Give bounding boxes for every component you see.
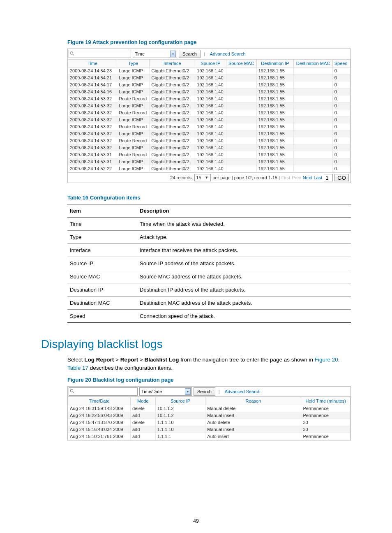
cell: GigabitEthernet0/2 [150, 130, 195, 137]
cell: 192.168.1.55 [256, 165, 293, 172]
cell: 192.168.1.55 [256, 158, 293, 165]
cell: Route Record [117, 95, 150, 102]
heading-displaying-blacklist-logs: Displaying blacklist logs [41, 338, 351, 351]
cell: 30 [301, 426, 350, 433]
cell: 192.168.1.55 [256, 151, 293, 158]
cell: add [130, 412, 155, 419]
table-row: Destination MACDestination MAC address o… [67, 297, 351, 310]
attack-log-advanced-search-link[interactable]: Advanced Search [210, 51, 246, 56]
figure20-caption: Figure 20 Blacklist log configuration pa… [67, 377, 351, 383]
table-row: 2009-08-24 14:54:21Large ICMPGigabitEthe… [68, 74, 350, 81]
cell [226, 130, 256, 137]
attack-log-col-header[interactable]: Source MAC [226, 60, 256, 67]
cell: 192.168.1.55 [256, 88, 293, 95]
pager-last[interactable]: Last [314, 175, 322, 180]
table-row: 2009-08-24 14:53:32Route RecordGigabitEt… [68, 109, 350, 116]
cell: 2009-08-24 14:53:32 [68, 102, 117, 109]
attack-log-col-header[interactable]: Destination IP [256, 60, 293, 67]
table-row: 2009-08-24 14:54:16Large ICMPGigabitEthe… [68, 88, 350, 95]
cell: Route Record [117, 151, 150, 158]
table-row: Source IPSource IP address of the attack… [67, 257, 351, 270]
table-row: Source MACSource MAC address of the atta… [67, 270, 351, 283]
cell [294, 123, 333, 130]
cell [294, 137, 333, 144]
table-row: Aug 24 15:10:21:761 2009add1.1.1.1Auto i… [68, 433, 350, 440]
cell: GigabitEthernet0/2 [150, 88, 195, 95]
cell: Destination IP address of the attack pac… [137, 283, 351, 297]
pager-next[interactable]: Next [303, 175, 312, 180]
cell: 0 [332, 123, 350, 130]
attack-log-col-header[interactable]: Interface [150, 60, 195, 67]
cell: Time [67, 218, 137, 231]
attack-log-pager: 24 records, 15 ▾ per page | page 1/2, re… [68, 172, 350, 183]
cell: Large ICMP [117, 74, 150, 81]
table16-caption: Table 16 Configuration items [67, 195, 351, 201]
table-row: TimeTime when the attack was detected. [67, 218, 351, 231]
cell: Auto delete [205, 419, 301, 426]
pager-first[interactable]: First [281, 175, 290, 180]
cell: Aug 24 15:10:21:761 2009 [68, 433, 131, 440]
table-row: 2009-08-24 14:53:32Route RecordGigabitEt… [68, 123, 350, 130]
cell: 0 [332, 67, 350, 74]
blacklist-advanced-search-link[interactable]: Advanced Search [225, 389, 261, 394]
cell [294, 74, 333, 81]
pager-prev[interactable]: Prev [292, 175, 301, 180]
cell: 0 [332, 95, 350, 102]
cell: 192.168.1.40 [195, 88, 226, 95]
cell: add [130, 433, 155, 440]
attack-log-col-header[interactable]: Source IP [195, 60, 226, 67]
figure19-caption: Figure 19 Attack prevention log configur… [67, 39, 351, 45]
cell: GigabitEthernet0/2 [150, 165, 195, 172]
attack-log-search-input[interactable] [69, 50, 131, 58]
attack-log-col-header[interactable]: Speed [332, 60, 350, 67]
table-row: 2009-08-24 14:54:23Large ICMPGigabitEthe… [68, 67, 350, 74]
cell: 192.168.1.55 [256, 123, 293, 130]
attack-log-field-select[interactable]: Time ▾ [133, 50, 177, 58]
cell: delete [130, 419, 155, 426]
blacklist-search-input[interactable] [69, 387, 138, 396]
table-row: Aug 24 15:47:13:870 2009delete1.1.1.10Au… [68, 419, 350, 426]
pager-go-button[interactable]: GO [334, 174, 349, 181]
blacklist-col-header[interactable]: Time/Date [68, 397, 131, 405]
cell: Connection speed of the attack. [137, 310, 351, 323]
blacklist-log-ui: Time/Date ▾ Search | Advanced Search Tim… [67, 386, 351, 440]
table-row: 2009-08-24 14:53:31Large ICMPGigabitEthe… [68, 158, 350, 165]
pager-page-input[interactable] [324, 174, 333, 181]
table17-xref[interactable]: Table 17 [67, 365, 88, 371]
separator: | [204, 51, 205, 56]
blacklist-col-header[interactable]: Mode [130, 397, 155, 405]
separator: | [219, 389, 220, 394]
cell: 1.1.1.10 [155, 426, 205, 433]
blacklist-col-header[interactable]: Reason [205, 397, 301, 405]
cell: Permanence [301, 433, 350, 440]
table-row: 2009-08-24 14:53:32Large ICMPGigabitEthe… [68, 130, 350, 137]
table-row: Aug 24 16:31:59:143 2009delete10.1.1.2Ma… [68, 405, 350, 412]
cell [226, 137, 256, 144]
blacklist-col-header[interactable]: Hold Time (minutes) [301, 397, 350, 405]
cell: Source MAC [67, 270, 137, 283]
cell: 192.168.1.40 [195, 102, 226, 109]
blacklist-search-button[interactable]: Search [194, 387, 215, 396]
cell: 0 [332, 151, 350, 158]
attack-log-col-header[interactable]: Time [68, 60, 117, 67]
cell: 192.168.1.40 [195, 123, 226, 130]
attack-log-col-header[interactable]: Type [117, 60, 150, 67]
attack-log-search-button[interactable]: Search [179, 50, 201, 58]
figure20-xref[interactable]: Figure 20 [315, 357, 338, 363]
cell: 192.168.1.40 [195, 158, 226, 165]
cell: 0 [332, 144, 350, 151]
cell: Time when the attack was detected. [137, 218, 351, 231]
cell [226, 95, 256, 102]
cell: 192.168.1.55 [256, 81, 293, 88]
cell: Interface that receives the attack packe… [137, 244, 351, 257]
table-row: 2009-08-24 14:54:17Large ICMPGigabitEthe… [68, 81, 350, 88]
cell: 0 [332, 158, 350, 165]
pager-per-page-select[interactable]: 15 ▾ [194, 174, 211, 181]
cell: 192.168.1.40 [195, 130, 226, 137]
attack-log-field-select-label: Time [135, 51, 145, 56]
attack-log-table: TimeTypeInterfaceSource IPSource MACDest… [68, 59, 350, 172]
blacklist-field-select[interactable]: Time/Date ▾ [139, 387, 192, 396]
blacklist-col-header[interactable]: Source IP [155, 397, 205, 405]
cell: 0 [332, 81, 350, 88]
attack-log-col-header[interactable]: Destination MAC [294, 60, 333, 67]
